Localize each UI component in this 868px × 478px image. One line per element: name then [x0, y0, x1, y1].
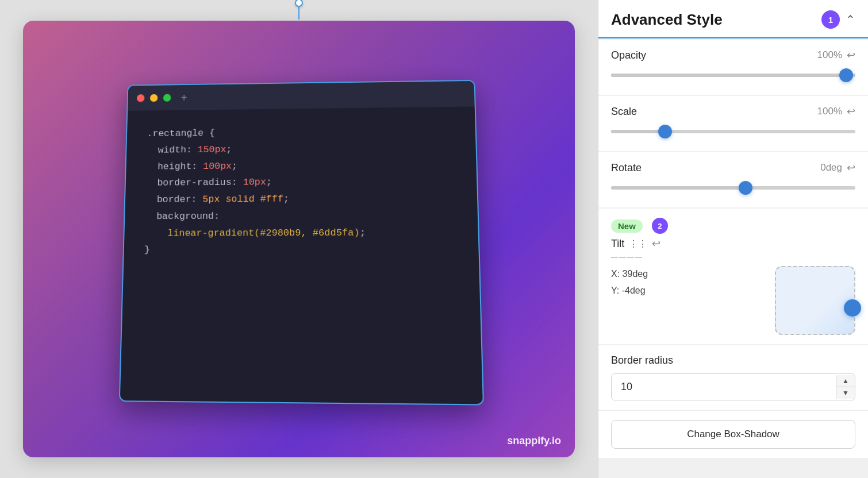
opacity-reset-button[interactable]: ↩ — [847, 49, 855, 61]
code-line-border-radius: border-radius: 10px; — [145, 173, 456, 192]
tilt-values: X: 39deg Y: -4deg — [611, 266, 766, 299]
tilt-section: New 2 Tilt ⋮⋮ ↩ ―――― X: 39deg Y: -4deg — [598, 209, 868, 344]
rotate-slider-thumb[interactable] — [739, 181, 752, 195]
border-radius-section: Border radius ▲ ▼ — [598, 345, 868, 410]
rotate-slider[interactable] — [611, 180, 855, 196]
scale-slider[interactable] — [611, 124, 855, 140]
traffic-green-btn[interactable] — [163, 94, 171, 101]
scale-value-row: 100% ↩ — [817, 105, 855, 118]
opacity-section: Opacity 100% ↩ — [598, 40, 868, 95]
scale-reset-button[interactable]: ↩ — [847, 105, 855, 118]
panel-title-row: Advanced Style 1 ⌃ — [611, 10, 855, 37]
panel-collapse-button[interactable]: ⌃ — [846, 13, 855, 26]
code-line-close: } — [144, 241, 458, 259]
rotate-row: Rotate 0deg ↩ — [611, 161, 855, 174]
tilt-adjust-icon[interactable]: ⋮⋮ — [629, 238, 647, 249]
opacity-slider[interactable] — [611, 67, 855, 83]
tilt-y-label: Y: — [611, 286, 619, 295]
scale-row: Scale 100% ↩ — [611, 105, 855, 118]
code-line-width: width: 150px; — [147, 139, 455, 159]
rotate-value-row: 0deg ↩ — [820, 161, 855, 174]
code-window: + .rectangle { width: 150px; height: 100… — [119, 80, 484, 406]
scale-slider-fill — [611, 130, 665, 133]
code-line-border: border: 5px solid #fff; — [145, 190, 456, 208]
opacity-slider-track — [611, 74, 855, 77]
tilt-preview-dot[interactable] — [844, 299, 861, 317]
code-line-background: background: — [145, 207, 457, 225]
traffic-yellow-btn[interactable] — [150, 94, 158, 102]
canvas-frame: + .rectangle { width: 150px; height: 100… — [23, 21, 575, 457]
rotate-reset-button[interactable]: ↩ — [847, 161, 855, 174]
tilt-y-row: Y: -4deg — [611, 283, 766, 299]
panel-title-right: 1 ⌃ — [821, 10, 855, 29]
border-radius-input-row: ▲ ▼ — [611, 373, 855, 400]
tilt-header-top: New 2 — [611, 218, 855, 234]
tilt-preview[interactable] — [775, 266, 855, 335]
border-radius-spinners: ▲ ▼ — [836, 375, 855, 399]
tilt-x-label: X: — [611, 269, 620, 279]
rotate-value: 0deg — [820, 162, 842, 174]
opacity-row: Opacity 100% ↩ — [611, 49, 855, 61]
scale-label: Scale — [611, 106, 637, 118]
code-body: .rectangle { width: 150px; height: 100px… — [124, 106, 479, 275]
new-tab-button[interactable]: + — [180, 91, 187, 104]
panel-header: Advanced Style 1 ⌃ — [598, 0, 868, 38]
code-line-gradient: linear-gradient(#2980b9, #6dd5fa); — [144, 224, 457, 242]
tilt-x-row: X: 39deg — [611, 266, 766, 283]
opacity-label: Opacity — [611, 49, 646, 61]
scale-value: 100% — [817, 106, 842, 117]
rotate-label: Rotate — [611, 162, 642, 174]
border-radius-decrement[interactable]: ▼ — [836, 387, 855, 399]
right-panel: Advanced Style 1 ⌃ Opacity 100% ↩ Scale — [598, 0, 868, 478]
tilt-y-value: -4deg — [622, 286, 646, 295]
border-radius-increment[interactable]: ▲ — [836, 375, 855, 387]
watermark: snappify.io — [507, 435, 561, 447]
window-titlebar: + — [128, 81, 475, 111]
tilt-badge: 2 — [652, 218, 668, 234]
tilt-body: X: 39deg Y: -4deg — [611, 266, 855, 335]
code-line-height: height: 100px; — [146, 156, 455, 175]
opacity-slider-thumb[interactable] — [839, 68, 853, 82]
border-radius-label: Border radius — [611, 354, 855, 367]
rotation-handle[interactable] — [295, 0, 303, 20]
rotate-section: Rotate 0deg ↩ — [598, 152, 868, 207]
scale-slider-track — [611, 130, 855, 133]
tilt-x-value: 39deg — [623, 269, 648, 279]
tilt-reset-button[interactable]: ↩ — [652, 237, 660, 250]
opacity-value: 100% — [817, 49, 842, 61]
traffic-red-btn[interactable] — [137, 94, 145, 102]
panel-badge: 1 — [821, 10, 840, 29]
box-shadow-section: Change Box-Shadow — [598, 411, 868, 458]
tilt-label: Tilt — [611, 238, 624, 250]
tilt-dashes: ―――― — [611, 253, 855, 261]
scale-section: Scale 100% ↩ — [598, 96, 868, 151]
scale-slider-thumb[interactable] — [658, 125, 672, 138]
new-badge: New — [611, 219, 643, 233]
rotation-line — [298, 7, 299, 20]
panel-title: Advanced Style — [611, 11, 723, 29]
tilt-label-row: Tilt ⋮⋮ ↩ — [611, 237, 855, 250]
change-box-shadow-button[interactable]: Change Box-Shadow — [611, 420, 855, 449]
opacity-slider-fill — [611, 74, 855, 77]
border-radius-input[interactable] — [612, 374, 836, 400]
canvas-area: + .rectangle { width: 150px; height: 100… — [0, 0, 598, 478]
opacity-value-row: 100% ↩ — [817, 49, 855, 61]
rotate-slider-fill — [611, 186, 746, 190]
rotation-dot[interactable] — [295, 0, 303, 7]
rotate-slider-track — [611, 186, 855, 190]
